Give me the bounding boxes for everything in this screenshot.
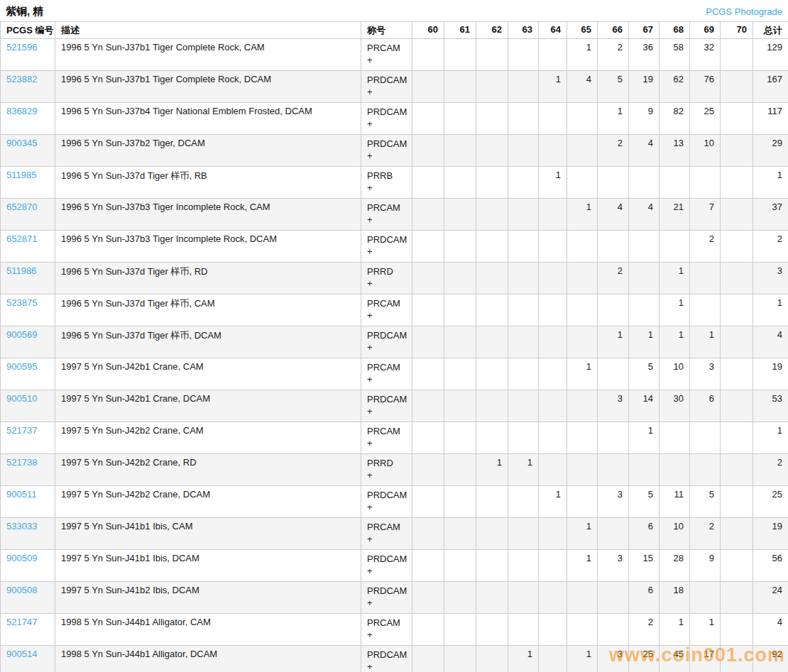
designation: PRRD+ (361, 263, 412, 294)
designation: PRDCAM+ (361, 103, 412, 135)
grade-62-count (476, 39, 508, 71)
designation: PRRB+ (361, 167, 412, 199)
coin-description: 1996 5 Yn Sun-J37b1 Tiger Complete Rock,… (55, 71, 361, 103)
grade-63-count (508, 167, 539, 199)
pcgs-number-link[interactable]: 652870 (6, 202, 37, 212)
grade-65-count (567, 390, 598, 422)
grade-62-count (476, 582, 508, 614)
grade-61-count (444, 646, 476, 672)
total-count: 167 (753, 71, 788, 103)
pcgs-number-link[interactable]: 900514 (6, 649, 37, 659)
coin-description: 1997 5 Yn Sun-J42b1 Crane, DCAM (55, 390, 361, 422)
grade-64-count (539, 550, 567, 582)
pcgs-number-link[interactable]: 521738 (6, 457, 37, 468)
table-row: 5217381997 5 Yn Sun-J42b2 Crane, RDPRRD+… (1, 454, 788, 486)
pcgs-number-link[interactable]: 900345 (6, 138, 37, 148)
pcgs-number-link[interactable]: 533033 (6, 521, 37, 531)
grade-66-count (598, 231, 629, 263)
total-count: 1 (753, 294, 788, 326)
designation: PRDCAM+ (361, 135, 412, 167)
pcgs-number-link[interactable]: 511986 (6, 265, 36, 276)
grade-65-count: 1 (567, 199, 598, 231)
grade-62-count (476, 103, 508, 135)
pcgs-number-link[interactable]: 523882 (6, 74, 37, 84)
table-row: 6528701996 5 Yn Sun-J37b3 Tiger Incomple… (1, 199, 788, 231)
grade-69-count: 9 (690, 550, 721, 582)
grade-64-count: 1 (539, 71, 567, 103)
grade-61-count (444, 390, 476, 422)
grade-70-count (721, 326, 753, 358)
pcgs-number-link[interactable]: 521596 (6, 42, 37, 53)
pcgs-number-link[interactable]: 523875 (6, 297, 37, 308)
pcgs-number-link[interactable]: 900569 (6, 329, 37, 340)
grade-67-count: 2 (629, 614, 660, 646)
pcgs-number-link[interactable]: 900511 (6, 489, 36, 500)
pcgs-number-link[interactable]: 511985 (6, 170, 36, 180)
designation: PRCAM+ (361, 358, 412, 390)
col-header-grade-69: 69 (690, 22, 721, 39)
table-body: 5215961996 5 Yn Sun-J37b1 Tiger Complete… (1, 39, 788, 672)
col-header-grade-63: 63 (508, 22, 539, 39)
grade-69-count: 76 (690, 71, 721, 103)
grade-70-count (721, 582, 753, 614)
grade-67-count (629, 454, 660, 486)
grade-67-count: 25 (629, 646, 660, 672)
grade-61-count (444, 199, 476, 231)
pcgs-number-link[interactable]: 900509 (6, 553, 37, 563)
col-header-grade-70: 70 (721, 22, 753, 39)
grade-70-count (721, 422, 753, 454)
grade-65-count (567, 326, 598, 358)
grade-63-count (508, 326, 539, 358)
grade-62-count (476, 231, 508, 263)
grade-67-count: 4 (629, 199, 660, 231)
grade-66-count (598, 167, 629, 199)
grade-67-count: 6 (629, 582, 660, 614)
grade-63-count (508, 518, 539, 550)
grade-64-count (539, 646, 567, 672)
grade-69-count: 6 (690, 390, 721, 422)
grade-63-count (508, 199, 539, 231)
grade-66-count (598, 422, 629, 454)
total-count: 117 (753, 103, 788, 135)
pcgs-number-link[interactable]: 652871 (6, 233, 37, 244)
table-row: 9003451996 5 Yn Sun-J37b2 Tiger, DCAMPRD… (1, 135, 788, 167)
pcgs-photograde-link[interactable]: PCGS Photograde (706, 6, 782, 17)
pcgs-number-link[interactable]: 836829 (6, 106, 37, 116)
grade-62-count (476, 422, 508, 454)
grade-68-count: 28 (660, 550, 690, 582)
grade-67-count (629, 294, 660, 326)
grade-64-count (539, 358, 567, 390)
grade-63-count (508, 422, 539, 454)
total-count: 92 (753, 646, 788, 672)
pcgs-number-link[interactable]: 521737 (6, 425, 37, 436)
grade-61-count (444, 71, 476, 103)
pcgs-number-link[interactable]: 521747 (6, 617, 37, 627)
grade-62-count (476, 518, 508, 550)
grade-70-count (721, 646, 753, 672)
coin-description: 1997 5 Yn Sun-J42b2 Crane, DCAM (55, 486, 361, 518)
pcgs-number-link[interactable]: 900595 (6, 361, 37, 372)
designation: PRCAM+ (361, 39, 412, 71)
grade-62-count (476, 199, 508, 231)
grade-68-count: 1 (660, 263, 690, 294)
grade-68-count: 10 (660, 358, 690, 390)
grade-65-count (567, 454, 598, 486)
pcgs-number-link[interactable]: 900510 (6, 393, 37, 404)
table-row: 9005081997 5 Yn Sun-J41b2 Ibis, DCAMPRDC… (1, 582, 788, 614)
grade-65-count (567, 263, 598, 294)
grade-69-count: 2 (690, 231, 721, 263)
grade-61-count (444, 263, 476, 294)
col-header-grade-60: 60 (412, 22, 444, 39)
grade-66-count: 2 (598, 263, 629, 294)
grade-65-count (567, 422, 598, 454)
grade-70-count (721, 167, 753, 199)
grade-65-count: 1 (567, 39, 598, 71)
grade-62-count (476, 167, 508, 199)
grade-69-count: 5 (690, 486, 721, 518)
grade-70-count (721, 294, 753, 326)
grade-63-count (508, 486, 539, 518)
grade-69-count: 17 (690, 646, 721, 672)
grade-64-count: 1 (539, 486, 567, 518)
grade-63-count (508, 294, 539, 326)
pcgs-number-link[interactable]: 900508 (6, 585, 37, 595)
